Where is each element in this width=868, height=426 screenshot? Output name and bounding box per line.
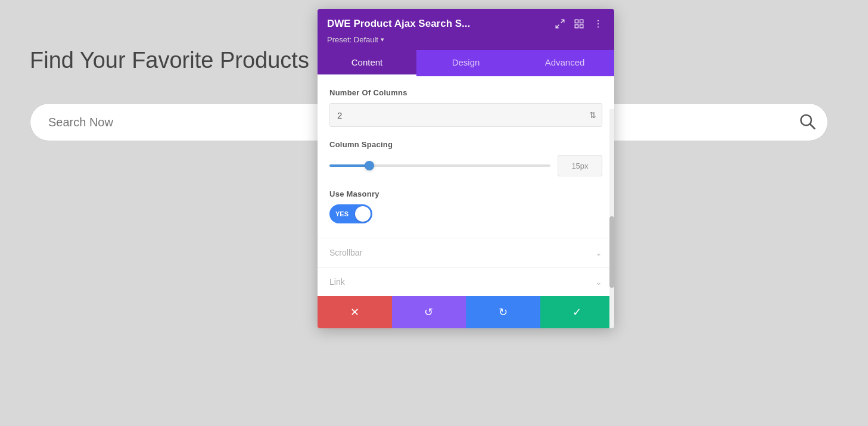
slider-track[interactable]	[329, 164, 550, 167]
expand-icon-button[interactable]	[553, 17, 567, 30]
panel-title: DWE Product Ajax Search S...	[327, 18, 518, 30]
panel-body: Number Of Columns 1 2 3 4 ⇅ Column Spaci…	[318, 76, 614, 296]
panel-title-icons	[553, 17, 605, 30]
svg-rect-5	[580, 20, 583, 23]
svg-rect-7	[580, 25, 583, 28]
scrollbar-label: Scrollbar	[329, 248, 362, 257]
spacing-value-input[interactable]	[558, 155, 602, 176]
spacing-field: Column Spacing	[329, 140, 602, 176]
panel-tabs: Content Design Advanced	[318, 50, 614, 76]
confirm-button[interactable]: ✓	[540, 296, 615, 328]
slider-thumb[interactable]	[365, 161, 374, 170]
redo-button[interactable]: ↻	[466, 296, 540, 328]
expand-icon	[555, 18, 565, 29]
scrollbar-section[interactable]: Scrollbar ⌄	[318, 238, 614, 267]
svg-line-3	[556, 25, 559, 28]
panel-footer: ✕ ↺ ↻ ✓	[318, 296, 614, 328]
masonry-label: Use Masonry	[329, 189, 602, 198]
tab-content[interactable]: Content	[318, 50, 416, 76]
spacing-label: Column Spacing	[329, 140, 602, 149]
link-chevron-icon: ⌄	[595, 277, 602, 287]
search-icon	[798, 113, 816, 130]
cancel-icon: ✕	[350, 306, 359, 319]
svg-point-9	[598, 23, 599, 24]
toggle-knob	[355, 206, 371, 222]
undo-button[interactable]: ↺	[392, 296, 466, 328]
columns-label: Number Of Columns	[329, 88, 602, 97]
svg-line-2	[561, 20, 564, 23]
grid-view-icon-button[interactable]	[573, 17, 586, 30]
scrollbar-thumb[interactable]	[609, 216, 614, 288]
more-options-button[interactable]	[592, 17, 605, 30]
columns-select[interactable]: 1 2 3 4	[329, 103, 602, 127]
search-button[interactable]	[798, 113, 816, 132]
modal-panel: DWE Product Ajax Search S...	[318, 9, 614, 328]
scrollbar-track	[609, 109, 614, 328]
slider-row	[329, 155, 602, 176]
svg-line-1	[810, 125, 815, 129]
svg-rect-6	[575, 25, 578, 28]
columns-select-container: 1 2 3 4 ⇅	[329, 103, 602, 127]
page-heading: Find Your Favorite Products	[30, 48, 309, 73]
masonry-toggle[interactable]: YES	[329, 204, 372, 223]
panel-title-row: DWE Product Ajax Search S...	[327, 17, 605, 30]
preset-arrow: ▾	[381, 36, 384, 43]
link-section[interactable]: Link ⌄	[318, 267, 614, 296]
svg-point-10	[598, 26, 599, 27]
masonry-field: Use Masonry YES	[329, 189, 602, 223]
cancel-button[interactable]: ✕	[318, 296, 392, 328]
confirm-icon: ✓	[573, 306, 581, 319]
preset-label: Preset: Default	[327, 35, 378, 44]
undo-icon: ↺	[424, 306, 433, 319]
link-label: Link	[329, 277, 345, 287]
panel-preset[interactable]: Preset: Default ▾	[327, 35, 605, 50]
tab-advanced[interactable]: Advanced	[515, 50, 614, 76]
toggle-container: YES	[329, 204, 602, 223]
grid-icon	[574, 18, 584, 29]
panel-header: DWE Product Ajax Search S...	[318, 9, 614, 50]
columns-field: Number Of Columns 1 2 3 4 ⇅	[329, 88, 602, 127]
slider-fill	[329, 164, 369, 167]
more-options-icon	[593, 18, 603, 29]
scrollbar-chevron-icon: ⌄	[595, 248, 602, 257]
tab-design[interactable]: Design	[416, 50, 515, 76]
svg-point-8	[598, 20, 599, 21]
svg-rect-4	[575, 20, 578, 23]
redo-icon: ↻	[499, 306, 508, 319]
